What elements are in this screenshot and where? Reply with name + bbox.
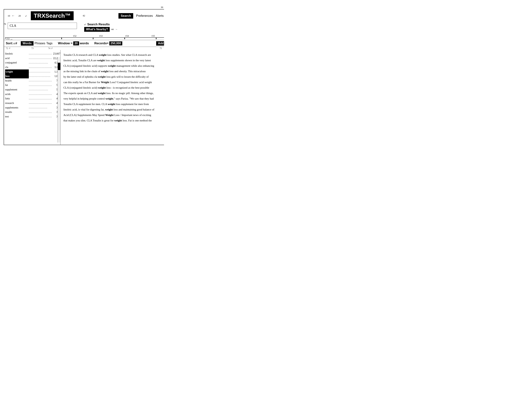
result-paragraph: that makes you slim. CLA Tonalin is grea…	[63, 118, 164, 123]
list-item[interactable]: research................................…	[5, 101, 60, 105]
list-item[interactable]: supplement.........................513	[5, 87, 60, 92]
phrases-button[interactable]: Phrases	[35, 42, 45, 45]
word-item-dots: .........................	[29, 61, 52, 65]
sort-label: Sort:	[6, 42, 13, 45]
words-button[interactable]: Words	[21, 41, 33, 45]
list-item[interactable]: loss............................1,026	[5, 74, 60, 78]
list-item[interactable]: acids...................................…	[5, 92, 60, 97]
result-paragraph: by the latter end of ephedra cla weight …	[63, 74, 164, 80]
list-item[interactable]: acid.................................22,…	[5, 56, 60, 60]
word-item-dots: ....................................	[29, 79, 52, 82]
add-button[interactable]: Add	[156, 41, 164, 45]
main-container: 10 ← 20 ↙ TRXSearch™ 42 Search Preferenc…	[4, 9, 164, 145]
ref-label-155: 155	[151, 34, 155, 37]
search-input[interactable]	[8, 22, 77, 29]
ref-label-10: 10	[8, 15, 10, 17]
list-item[interactable]: linoleic..............................23…	[5, 51, 60, 56]
sort-alpha-icon[interactable]: α	[14, 42, 15, 45]
ref-arrow-20: ↙	[25, 15, 27, 17]
list-item[interactable]: test....................................…	[5, 114, 60, 119]
header-area: 10 ← 20 ↙ TRXSearch™ 42 Search Preferenc…	[4, 9, 164, 21]
result-paragraph: The experts speak on CLA and weight loss…	[63, 90, 164, 96]
word-item-dots: ............................	[29, 74, 52, 78]
right-panel: Tonalin CLA research and CLA weight loss…	[60, 50, 164, 145]
result-paragraph: can this really be a Fat Burner for Weig…	[63, 80, 164, 85]
ref-label-42: 42	[83, 14, 85, 17]
toolbar-row: Sort: α # Words Phrases Tags Window = 20…	[4, 40, 164, 47]
logo: TRXSearch™	[31, 11, 74, 20]
ref-label-70: 70	[4, 22, 6, 25]
result-paragraph: CLA (conjugated linoleic acid) weight lo…	[63, 85, 164, 90]
sort-hash[interactable]: #	[15, 42, 17, 45]
word-item-dots: .......................................	[29, 114, 52, 119]
result-paragraph: Tonalin CLA supplement for men. CLA weig…	[63, 101, 164, 107]
arrow-10-icon: ←	[11, 14, 15, 18]
window-label: Window =	[58, 42, 73, 45]
word-item-dots: ....................................	[29, 92, 52, 96]
tags-button[interactable]: Tags	[46, 42, 52, 45]
ref-label-154: 154	[125, 34, 129, 37]
brace-curly-row	[4, 37, 164, 40]
search-results-label: Search Results	[87, 22, 110, 26]
left-scrollbar-thumb[interactable]	[58, 63, 60, 70]
nav-search-button[interactable]: Search	[119, 13, 133, 19]
list-item[interactable]: fat.....................................…	[5, 83, 60, 87]
list-item[interactable]: weight............................1,131	[5, 69, 60, 74]
toolbar-sublabels: 72 ↗ 73 74 ↗ 75	[4, 47, 164, 50]
left-panel: linoleic..............................23…	[4, 50, 60, 145]
nav-alerts-link[interactable]: Alerts	[156, 14, 164, 18]
word-item-dots: ..................................	[29, 101, 52, 105]
word-item-label: results	[5, 110, 29, 114]
word-item-dots: ....................................	[29, 97, 52, 101]
ref-label-153: 153	[99, 34, 103, 37]
words-suffix: words	[80, 42, 89, 45]
word-item-label: loss	[5, 74, 29, 78]
word-list: linoleic..............................23…	[4, 51, 60, 119]
records-value[interactable]: 250,000	[109, 41, 122, 45]
list-item[interactable]: conjugated.........................4,159	[5, 60, 60, 65]
word-item-label: acids	[5, 92, 29, 97]
ref-label-30: 30	[161, 6, 163, 9]
list-item[interactable]: health..................................…	[5, 78, 60, 83]
word-item-label: cla	[5, 65, 29, 69]
word-item-dots: ..............................	[29, 52, 52, 56]
ref-label-74: 74	[48, 47, 50, 50]
ref-label-152: 152	[73, 34, 76, 37]
window-value[interactable]: 20	[73, 41, 79, 45]
content-area: linoleic..............................23…	[4, 50, 164, 145]
list-item[interactable]: results.................................…	[5, 110, 60, 114]
word-item-label: fat	[5, 83, 29, 87]
word-item-label: health	[5, 78, 29, 83]
word-item-label: research	[5, 101, 29, 105]
result-paragraph: Tonalin CLA research and CLA weight loss…	[63, 52, 164, 58]
result-paragraph: linoleic acid, Tonalin CLA are weight lo…	[63, 58, 164, 63]
word-item-label: acid	[5, 56, 29, 60]
word-item-label: test	[5, 114, 29, 119]
list-item[interactable]: cla.....................................…	[5, 65, 60, 69]
list-item[interactable]: supplements........................319	[5, 105, 60, 110]
result-paragraph: linoleic acid, is vital for digesting fa…	[63, 107, 164, 112]
word-item-label: supplements	[5, 105, 29, 110]
header-nav: Search Preferences Alerts	[119, 13, 164, 19]
word-item-dots: .................................	[29, 56, 52, 60]
whats-nearby-button[interactable]: What's Nearby?	[84, 27, 110, 32]
word-item-dots: ...................................	[29, 110, 52, 114]
word-item-label: linoleic	[5, 51, 29, 56]
search-input-wrapper: 70	[8, 22, 77, 29]
word-item-label: fatty	[5, 96, 29, 101]
ref-label-44: 44	[111, 28, 113, 31]
result-paragraph: Acid (CLA) Supplements May Speed Weight …	[63, 112, 164, 118]
arrow-44-icon: ←	[115, 28, 118, 31]
ref-label-75: 75	[160, 47, 162, 50]
ref-label-72: 72	[6, 47, 8, 50]
result-paragraph: CLA (conjugated linoleic acid) supports …	[63, 63, 164, 68]
ref-label-20: 20	[18, 15, 21, 17]
word-item-dots: ......................................	[29, 65, 52, 69]
nav-preferences-link[interactable]: Preferences	[136, 14, 153, 18]
list-item[interactable]: fatty...................................…	[5, 96, 60, 101]
left-scrollbar[interactable]	[57, 57, 60, 142]
result-paragraph: very helpful in helping people control w…	[63, 96, 164, 101]
word-item-label: weight	[5, 69, 29, 74]
word-item-dots: .........................	[29, 88, 52, 91]
search-row: 70 ↙ Search Results What's Nearby? 44 ←	[4, 21, 164, 33]
